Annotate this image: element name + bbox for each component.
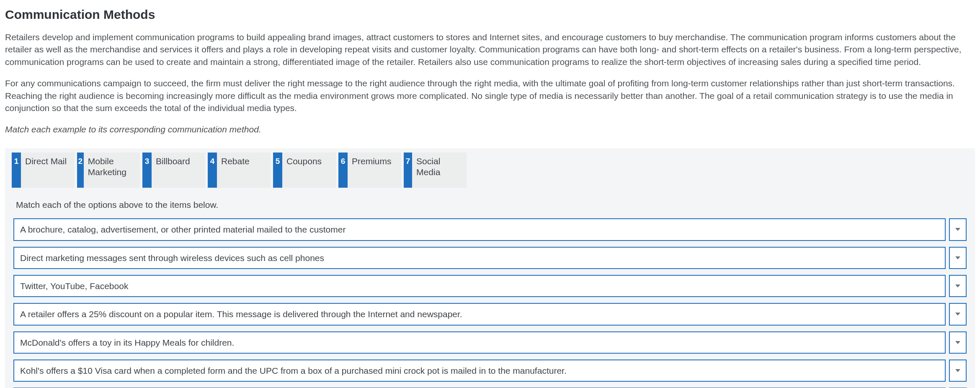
intro-paragraph-1: Retailers develop and implement communic… <box>5 31 975 68</box>
option-number: 7 <box>404 153 412 188</box>
match-row: Kohl's offers a $10 Visa card when a com… <box>13 360 967 382</box>
option-label: Billboard <box>152 153 194 188</box>
option-label: Direct Mail <box>21 153 71 188</box>
option-label: Mobile Marketing <box>84 153 140 188</box>
option-social-media[interactable]: 7 Social Media <box>404 153 467 188</box>
caret-down-icon <box>955 285 960 287</box>
match-item-text: Twitter, YouTube, Facebook <box>13 275 946 297</box>
match-list: A brochure, catalog, advertisement, or o… <box>5 218 975 388</box>
option-label: Premiums <box>348 153 396 188</box>
match-item-text: McDonald's offers a toy in its Happy Mea… <box>13 331 946 354</box>
match-dropdown[interactable] <box>949 331 967 354</box>
match-dropdown[interactable] <box>949 275 967 297</box>
option-number: 6 <box>338 153 348 188</box>
matching-activity: 1 Direct Mail 2 Mobile Marketing 3 Billb… <box>5 148 975 388</box>
match-dropdown[interactable] <box>949 218 967 241</box>
option-number: 1 <box>12 153 21 188</box>
instruction-text: Match each example to its corresponding … <box>5 123 975 135</box>
option-premiums[interactable]: 6 Premiums <box>338 153 401 188</box>
options-row: 1 Direct Mail 2 Mobile Marketing 3 Billb… <box>5 148 975 188</box>
match-row: McDonald's offers a toy in its Happy Mea… <box>13 331 967 354</box>
option-number: 2 <box>77 153 84 188</box>
option-label: Social Media <box>412 153 467 188</box>
option-number: 4 <box>208 153 217 188</box>
caret-down-icon <box>955 369 960 372</box>
match-item-text: A brochure, catalog, advertisement, or o… <box>13 218 946 241</box>
match-dropdown[interactable] <box>949 247 967 269</box>
option-coupons[interactable]: 5 Coupons <box>273 153 336 188</box>
match-item-text: Kohl's offers a $10 Visa card when a com… <box>13 360 946 382</box>
page-title: Communication Methods <box>5 6 975 23</box>
match-row: A brochure, catalog, advertisement, or o… <box>13 218 967 241</box>
match-row: A retailer offers a 25% discount on a po… <box>13 303 967 325</box>
option-mobile-marketing[interactable]: 2 Mobile Marketing <box>77 153 140 188</box>
option-number: 3 <box>142 153 152 188</box>
option-label: Coupons <box>282 153 326 188</box>
intro-paragraph-2: For any communications campaign to succe… <box>5 77 975 114</box>
option-direct-mail[interactable]: 1 Direct Mail <box>12 153 75 188</box>
caret-down-icon <box>955 341 960 344</box>
caret-down-icon <box>955 313 960 316</box>
caret-down-icon <box>955 228 960 231</box>
option-number: 5 <box>273 153 282 188</box>
match-dropdown[interactable] <box>949 303 967 325</box>
option-rebate[interactable]: 4 Rebate <box>208 153 271 188</box>
match-item-text: A retailer offers a 25% discount on a po… <box>13 303 946 325</box>
match-row: Twitter, YouTube, Facebook <box>13 275 967 297</box>
option-label: Rebate <box>217 153 254 188</box>
match-row: Direct marketing messages sent through w… <box>13 247 967 269</box>
option-billboard[interactable]: 3 Billboard <box>142 153 205 188</box>
match-dropdown[interactable] <box>949 360 967 382</box>
caret-down-icon <box>955 256 960 259</box>
match-header: Match each of the options above to the i… <box>5 188 975 218</box>
match-item-text: Direct marketing messages sent through w… <box>13 247 946 269</box>
